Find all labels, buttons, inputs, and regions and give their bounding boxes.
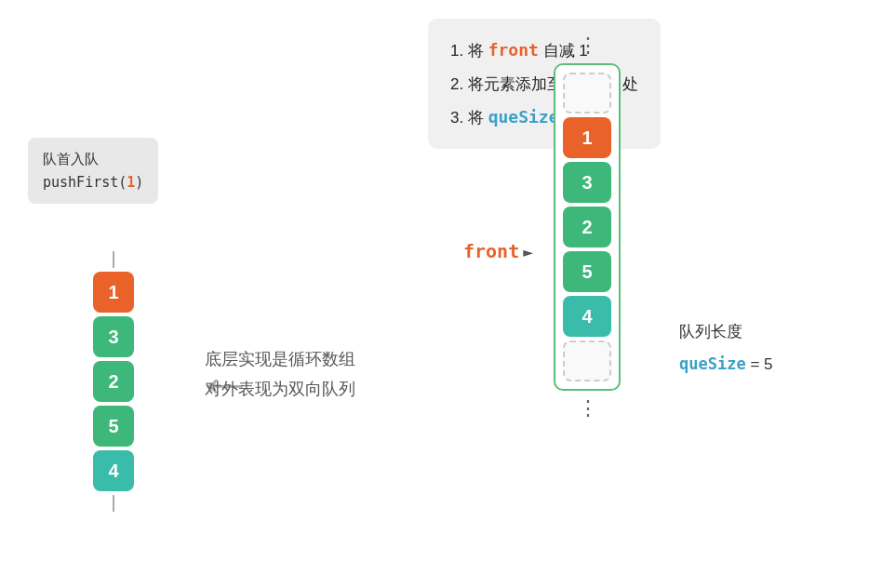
- right-empty-top: [563, 73, 611, 114]
- vline-bottom: [113, 495, 114, 512]
- push-label-line1: 队首入队: [43, 147, 143, 171]
- quesize-label: 队列长度: [679, 316, 773, 348]
- right-cell-2: 3: [563, 162, 611, 203]
- vline-top: [113, 251, 114, 268]
- dots-bottom-icon: ⋮: [578, 396, 596, 421]
- left-cell-3: 2: [93, 361, 134, 402]
- quesize-var: queSize: [679, 354, 746, 373]
- quesize-equals: = 5: [746, 355, 773, 373]
- right-cell-5: 4: [563, 296, 611, 337]
- right-cell-1: 1: [563, 117, 611, 158]
- right-cell-3: 2: [563, 207, 611, 247]
- left-cell-2: 3: [93, 316, 134, 357]
- front-arrow-icon: ►: [523, 242, 533, 261]
- push-label-box: 队首入队 pushFirst(1): [28, 138, 158, 204]
- left-array: 1 3 2 5 4: [93, 251, 134, 512]
- right-empty-bottom: [563, 341, 611, 381]
- right-array-container: ⋮ 1 3 2 5 4 ⋮: [554, 28, 621, 426]
- center-line2: 对外表现为双向队列: [205, 374, 355, 404]
- quesize-value: queSize = 5: [679, 348, 773, 381]
- center-line1: 底层实现是循环数组: [205, 344, 355, 374]
- right-cell-4: 5: [563, 251, 611, 292]
- center-description: 底层实现是循环数组 对外表现为双向队列: [205, 344, 355, 405]
- dots-top-icon: ⋮: [578, 33, 596, 58]
- left-cell-5: 4: [93, 450, 134, 491]
- front-label: front ►: [463, 240, 533, 262]
- right-array: 1 3 2 5 4: [554, 63, 621, 391]
- push-label-line2: pushFirst(1): [43, 171, 143, 195]
- left-cell-1: 1: [93, 272, 134, 313]
- front-text: front: [463, 240, 519, 262]
- quesize-box: 队列长度 queSize = 5: [679, 316, 773, 381]
- instruction-box: 1. 将 front 自减 1 2. 将元素添加至 front 处 3. 将 q…: [428, 19, 661, 149]
- left-cell-4: 5: [93, 406, 134, 447]
